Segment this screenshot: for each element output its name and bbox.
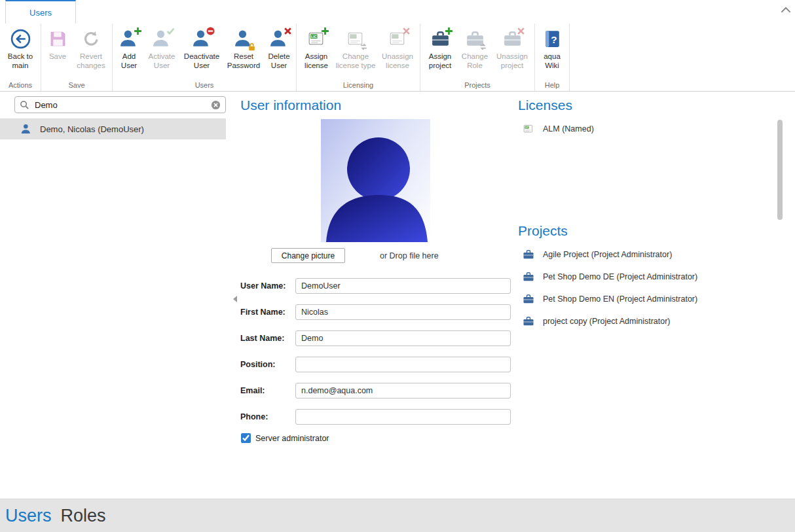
ribbon-group-help: ? aqua Wiki Help bbox=[535, 24, 570, 91]
project-item[interactable]: Pet Shop Demo EN (Project Administrator) bbox=[522, 293, 697, 306]
form-row: Position: bbox=[240, 356, 511, 372]
assign-license-button[interactable]: LIC Assign license bbox=[299, 24, 334, 70]
briefcase-icon bbox=[522, 248, 535, 261]
user-form: User Name: First Name: Last Name: Positi… bbox=[240, 277, 511, 425]
group-caption-licensing: Licensing bbox=[297, 81, 420, 89]
button-label: Add User bbox=[116, 52, 142, 70]
license-icon: LIC bbox=[522, 122, 535, 135]
unassign-license-icon bbox=[387, 28, 409, 50]
vertical-scrollbar-thumb[interactable] bbox=[777, 120, 783, 220]
button-label: aqua Wiki bbox=[538, 52, 566, 70]
position-label: Position: bbox=[240, 360, 295, 369]
button-label: Revert changes bbox=[73, 52, 109, 70]
phone-field[interactable] bbox=[295, 409, 511, 425]
form-row: Email: bbox=[240, 382, 511, 399]
svg-text:?: ? bbox=[551, 34, 557, 45]
ribbon-group-licensing: LIC Assign license Change license type U… bbox=[297, 24, 420, 91]
server-admin-label: Server administrator bbox=[255, 434, 329, 443]
add-user-button[interactable]: Add User bbox=[115, 24, 143, 70]
button-label: Save bbox=[49, 52, 66, 62]
collapse-ribbon-button[interactable] bbox=[781, 5, 791, 12]
unassign-project-button: Unassign project bbox=[492, 24, 532, 70]
button-label: Assign license bbox=[300, 52, 333, 70]
x-badge-icon bbox=[402, 27, 411, 35]
deactivate-user-icon bbox=[191, 28, 213, 50]
save-icon bbox=[47, 28, 69, 50]
change-role-icon bbox=[464, 28, 486, 50]
license-item[interactable]: LIC ALM (Named) bbox=[522, 122, 594, 135]
svg-text:LIC: LIC bbox=[311, 35, 317, 39]
licenses-title: Licenses bbox=[518, 98, 572, 113]
user-list-item-label: Demo, Nicolas (DemoUser) bbox=[40, 124, 144, 134]
user-information-title: User information bbox=[240, 98, 341, 113]
ribbon-group-actions: Back to main Actions bbox=[0, 24, 41, 91]
ribbon-group-users: Add User Activate User Deactivate User bbox=[113, 24, 297, 91]
check-badge-icon bbox=[166, 27, 175, 35]
group-caption-help: Help bbox=[535, 81, 569, 89]
ribbon: Back to main Actions Save Revert changes… bbox=[0, 24, 795, 92]
ribbon-group-projects: Assign project Change Role Unassign proj… bbox=[420, 24, 535, 91]
search-icon bbox=[20, 100, 29, 110]
button-label: Change license type bbox=[335, 52, 376, 70]
project-item-label: Pet Shop Demo DE (Project Administrator) bbox=[543, 272, 697, 281]
first-name-label: First Name: bbox=[240, 308, 295, 317]
email-field[interactable] bbox=[295, 383, 511, 399]
license-list: LIC ALM (Named) bbox=[522, 122, 594, 135]
back-to-main-button[interactable]: Back to main bbox=[2, 24, 39, 70]
search-input[interactable] bbox=[33, 99, 207, 111]
form-row: First Name: bbox=[240, 304, 511, 320]
change-picture-button[interactable]: Change picture bbox=[271, 248, 345, 263]
assign-project-button[interactable]: Assign project bbox=[422, 24, 458, 70]
aqua-wiki-button[interactable]: ? aqua Wiki bbox=[537, 24, 567, 70]
project-list: Agile Project (Project Administrator) Pe… bbox=[522, 248, 697, 328]
footer-tab-bar: Users Roles bbox=[0, 499, 795, 532]
reset-password-icon bbox=[233, 28, 255, 50]
group-caption-save: Save bbox=[41, 81, 112, 89]
tab-users[interactable]: Users bbox=[5, 0, 76, 24]
change-role-button: Change Role bbox=[458, 24, 492, 70]
email-label: Email: bbox=[240, 386, 295, 395]
first-name-field[interactable] bbox=[295, 304, 511, 320]
x-badge-icon bbox=[284, 27, 292, 35]
x-badge-icon bbox=[517, 27, 525, 35]
user-list-item[interactable]: Demo, Nicolas (DemoUser) bbox=[0, 118, 226, 139]
briefcase-icon bbox=[522, 270, 535, 283]
footer-tab-roles[interactable]: Roles bbox=[61, 506, 106, 526]
group-caption-users: Users bbox=[113, 81, 296, 89]
button-label: Deactivate User bbox=[181, 52, 222, 70]
project-item-label: project copy (Project Administrator) bbox=[543, 317, 671, 326]
ribbon-group-save: Save Revert changes Save bbox=[41, 24, 113, 91]
change-license-type-button: Change license type bbox=[334, 24, 377, 70]
last-name-field[interactable] bbox=[295, 330, 511, 346]
button-label: Change Role bbox=[459, 52, 490, 70]
reset-password-button[interactable]: Reset Password bbox=[223, 24, 264, 70]
project-item[interactable]: Pet Shop Demo DE (Project Administrator) bbox=[522, 270, 697, 283]
tab-users-label: Users bbox=[29, 8, 52, 18]
clear-search-icon[interactable] bbox=[211, 100, 221, 110]
project-item[interactable]: project copy (Project Administrator) bbox=[522, 315, 697, 328]
button-label: Assign project bbox=[424, 52, 456, 70]
form-row: User Name: bbox=[240, 277, 511, 294]
user-name-field[interactable] bbox=[295, 278, 511, 294]
svg-text:LIC: LIC bbox=[525, 126, 529, 129]
position-field[interactable] bbox=[295, 357, 511, 372]
last-name-label: Last Name: bbox=[240, 334, 295, 343]
server-admin-checkbox[interactable] bbox=[241, 433, 251, 443]
delete-user-button[interactable]: Delete User bbox=[264, 24, 294, 70]
deactivate-user-button[interactable]: Deactivate User bbox=[180, 24, 223, 70]
collapse-panel-arrow-icon[interactable] bbox=[233, 296, 237, 302]
ribbon-tabstrip: Users bbox=[0, 0, 795, 24]
project-item[interactable]: Agile Project (Project Administrator) bbox=[522, 248, 697, 261]
button-label: Unassign license bbox=[379, 52, 416, 70]
group-caption-projects: Projects bbox=[420, 81, 534, 89]
swap-badge-icon bbox=[360, 43, 368, 51]
avatar[interactable] bbox=[321, 119, 430, 242]
footer-tab-users[interactable]: Users bbox=[5, 506, 52, 526]
button-label: Reset Password bbox=[225, 52, 263, 70]
no-entry-badge-icon bbox=[206, 27, 215, 35]
projects-title: Projects bbox=[518, 223, 568, 239]
assign-project-icon bbox=[430, 28, 451, 50]
change-license-type-icon bbox=[345, 28, 367, 50]
briefcase-icon bbox=[522, 293, 535, 306]
add-user-icon bbox=[119, 28, 140, 50]
